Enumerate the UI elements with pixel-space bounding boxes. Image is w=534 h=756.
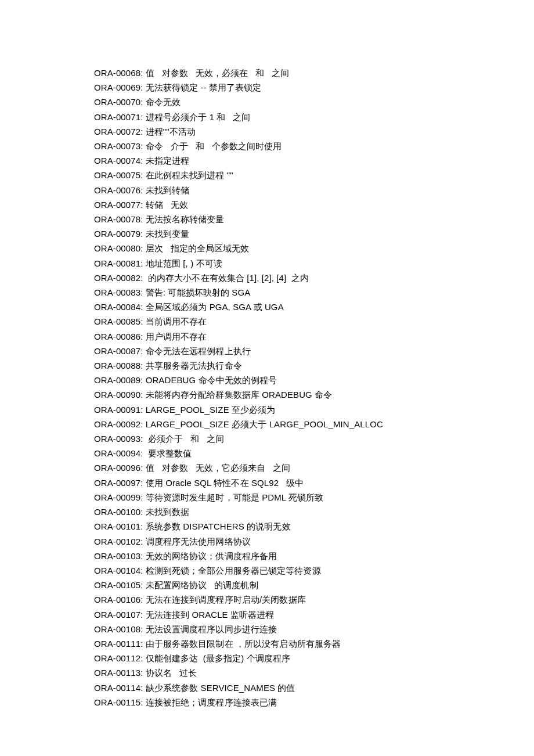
separator: :	[140, 390, 146, 399]
error-code: ORA-00088	[94, 361, 140, 370]
error-code: ORA-00115	[94, 697, 140, 707]
error-code: ORA-00105	[94, 580, 140, 590]
separator: :	[140, 200, 146, 210]
error-message: 共享服务器无法执行命令	[146, 361, 242, 370]
separator: :	[140, 346, 146, 356]
error-code: ORA-00104	[94, 566, 140, 575]
separator: :	[140, 434, 146, 444]
separator: :	[140, 566, 146, 575]
separator: :	[140, 82, 146, 92]
error-code: ORA-00083	[94, 287, 140, 297]
error-message: 命令无效	[146, 97, 181, 107]
error-line: ORA-00087: 命令无法在远程例程上执行	[94, 344, 534, 358]
error-message: 要求整数值	[146, 448, 192, 458]
error-message: 未找到数据	[146, 507, 190, 517]
error-code: ORA-00113	[94, 668, 140, 678]
error-line: ORA-00089: ORADEBUG 命令中无效的例程号	[94, 373, 534, 387]
error-message: LARGE_POOL_SIZE 至少必须为	[146, 405, 276, 415]
error-message: LARGE_POOL_SIZE 必须大于 LARGE_POOL_MIN_ALLO…	[146, 419, 383, 429]
separator: :	[140, 683, 146, 693]
error-message: 地址范围 [, ) 不可读	[146, 258, 222, 268]
error-message: 未能将内存分配给群集数据库 ORADEBUG 命令	[146, 390, 333, 399]
error-code: ORA-00096	[94, 463, 140, 473]
error-code: ORA-00093	[94, 434, 140, 444]
separator: :	[140, 405, 146, 415]
error-line: ORA-00113: 协议名 过长	[94, 665, 534, 680]
error-code: ORA-00097	[94, 478, 140, 488]
error-line: ORA-00097: 使用 Oracle SQL 特性不在 SQL92 级中	[94, 476, 534, 490]
error-message: 命令无法在远程例程上执行	[146, 346, 251, 356]
error-line: ORA-00082: 的内存大小不在有效集合 [1], [2], [4] 之内	[94, 271, 534, 285]
error-message: 连接被拒绝；调度程序连接表已满	[146, 697, 277, 707]
error-message: 使用 Oracle SQL 特性不在 SQL92 级中	[146, 478, 304, 488]
error-line: ORA-00086: 用户调用不存在	[94, 329, 534, 344]
separator: :	[140, 478, 146, 488]
separator: :	[140, 507, 146, 517]
error-line: ORA-00096: 值 对参数 无效，它必须来自 之间	[94, 460, 534, 475]
error-code: ORA-00108	[94, 624, 140, 634]
error-message: 进程号必须介于 1 和 之间	[146, 112, 251, 122]
separator: :	[140, 243, 146, 253]
separator: :	[140, 361, 146, 370]
error-message: 命令 介于 和 个参数之间时使用	[146, 141, 282, 151]
error-message: 转储 无效	[146, 200, 188, 210]
error-message: 无法在连接到调度程序时启动/关闭数据库	[146, 595, 306, 604]
error-line: ORA-00079: 未找到变量	[94, 226, 534, 241]
error-message: 必须介于 和 之间	[146, 434, 225, 444]
error-line: ORA-00106: 无法在连接到调度程序时启动/关闭数据库	[94, 592, 534, 607]
error-code: ORA-00073	[94, 141, 140, 151]
error-message: 无效的网络协议；供调度程序备用	[146, 551, 277, 561]
separator: :	[140, 97, 146, 107]
error-line: ORA-00115: 连接被拒绝；调度程序连接表已满	[94, 695, 534, 710]
separator: :	[140, 595, 146, 604]
error-line: ORA-00077: 转储 无效	[94, 197, 534, 212]
error-message: 无法连接到 ORACLE 监听器进程	[146, 610, 275, 620]
error-message: 未配置网络协议 的调度机制	[146, 580, 258, 590]
error-message: 仅能创建多达 (最多指定) 个调度程序	[146, 653, 291, 663]
error-code: ORA-00107	[94, 610, 140, 620]
error-message: 无法设置调度程序以同步进行连接	[146, 624, 277, 634]
separator: :	[140, 316, 146, 326]
error-line: ORA-00088: 共享服务器无法执行命令	[94, 358, 534, 373]
error-code: ORA-00087	[94, 346, 140, 356]
separator: :	[140, 537, 146, 546]
separator: :	[140, 639, 146, 649]
error-message: 进程""不活动	[146, 127, 196, 136]
error-message: 层次 指定的全局区域无效	[146, 243, 250, 253]
error-line: ORA-00073: 命令 介于 和 个参数之间时使用	[94, 139, 534, 153]
error-code: ORA-00094	[94, 448, 140, 458]
separator: :	[140, 624, 146, 634]
error-code: ORA-00072	[94, 127, 140, 136]
error-line: ORA-00114: 缺少系统参数 SERVICE_NAMES 的值	[94, 681, 534, 695]
error-code: ORA-00070	[94, 97, 140, 107]
error-code: ORA-00084	[94, 302, 140, 312]
error-code: ORA-00078	[94, 214, 140, 224]
error-line: ORA-00104: 检测到死锁；全部公用服务器已锁定等待资源	[94, 563, 534, 578]
error-message: 的内存大小不在有效集合 [1], [2], [4] 之内	[146, 273, 309, 283]
error-code: ORA-00080	[94, 243, 140, 253]
error-line: ORA-00081: 地址范围 [, ) 不可读	[94, 256, 534, 271]
error-message: ORADEBUG 命令中无效的例程号	[146, 375, 277, 385]
error-line: ORA-00078: 无法按名称转储变量	[94, 212, 534, 226]
error-line: ORA-00083: 警告: 可能损坏映射的 SGA	[94, 285, 534, 300]
error-message: 警告: 可能损坏映射的 SGA	[146, 287, 251, 297]
error-message: 值 对参数 无效，必须在 和 之间	[146, 68, 290, 78]
error-message: 在此例程未找到进程 ""	[146, 170, 233, 180]
error-code: ORA-00077	[94, 200, 140, 210]
error-line: ORA-00101: 系统参数 DISPATCHERS 的说明无效	[94, 519, 534, 534]
error-line: ORA-00090: 未能将内存分配给群集数据库 ORADEBUG 命令	[94, 387, 534, 402]
error-line: ORA-00103: 无效的网络协议；供调度程序备用	[94, 549, 534, 563]
separator: :	[140, 112, 146, 122]
error-line: ORA-00074: 未指定进程	[94, 153, 534, 168]
error-line: ORA-00099: 等待资源时发生超时，可能是 PDML 死锁所致	[94, 490, 534, 505]
separator: :	[140, 653, 146, 663]
error-code: ORA-00074	[94, 156, 140, 165]
error-message: 缺少系统参数 SERVICE_NAMES 的值	[146, 683, 295, 693]
error-code-list: ORA-00068: 值 对参数 无效，必须在 和 之间ORA-00069: 无…	[94, 66, 534, 710]
error-code: ORA-00114	[94, 683, 140, 693]
separator: :	[140, 668, 146, 678]
error-line: ORA-00111: 由于服务器数目限制在 ，所以没有启动所有服务器	[94, 636, 534, 651]
separator: :	[140, 156, 146, 165]
separator: :	[140, 170, 146, 180]
error-code: ORA-00086	[94, 332, 140, 341]
